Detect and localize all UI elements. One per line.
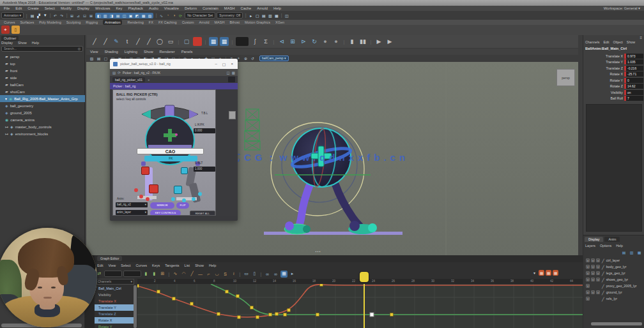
outliner-menu-display[interactable]: Display — [1, 41, 13, 45]
exposure-icon[interactable]: ⊕ — [243, 56, 249, 61]
save-scene-icon[interactable]: ▼ — [42, 13, 48, 19]
right-ball-dot[interactable] — [192, 197, 195, 201]
lens-right-tip[interactable] — [189, 110, 198, 119]
viewport-menu-view[interactable]: View — [90, 48, 98, 55]
menu-visualize[interactable]: Visualize — [164, 6, 179, 11]
ge-channel-row[interactable]: Ball_Main_Ctrl — [95, 285, 134, 292]
viewport-menu-panels[interactable]: Panels — [181, 48, 193, 55]
menu-select[interactable]: Select — [45, 6, 55, 11]
select-camera-icon[interactable]: ▧ — [89, 56, 95, 61]
layer-toggle[interactable]: V — [586, 278, 590, 281]
shelf-orange-item[interactable]: ▯ — [12, 26, 20, 34]
camera-select-field[interactable]: ballCam_persp ▾ — [259, 56, 289, 61]
menu-key[interactable]: Key — [116, 6, 123, 11]
menu-modify[interactable]: Modify — [61, 6, 72, 11]
symmetry-field[interactable]: Symmetry: Off — [217, 12, 243, 19]
ge-channel-row[interactable]: Visibility — [95, 292, 134, 298]
ge-menu-keys[interactable]: Keys — [152, 262, 160, 269]
menu-deform[interactable]: Deform — [185, 6, 197, 11]
shelf-tab-custom[interactable]: Custom — [182, 20, 194, 25]
close-button[interactable]: × — [229, 62, 234, 66]
right-hip-button[interactable] — [181, 167, 188, 174]
wireframe-cage[interactable] — [245, 109, 260, 150]
snap-plane-icon[interactable]: ⊠ — [88, 13, 94, 19]
sel-mask-icon[interactable]: ▧ — [147, 13, 153, 19]
anim-key[interactable] — [236, 295, 240, 298]
new-scene-icon[interactable]: ▤ — [29, 13, 35, 19]
outliner-item-ballcam[interactable]: ▰ballCam — [0, 81, 85, 88]
sel-mask-icon[interactable]: ◨ — [109, 13, 114, 19]
graph-editor-vscrollbar[interactable] — [134, 285, 137, 328]
anim-key[interactable] — [238, 316, 241, 319]
menu-edit[interactable]: Edit — [15, 6, 22, 11]
anim-key[interactable] — [269, 313, 272, 317]
outliner-item-ground_2005[interactable]: ◈ground_2005 — [0, 109, 85, 116]
graph-editor-tab[interactable]: Graph Editor — [97, 256, 122, 261]
flip-button[interactable]: FLIP — [176, 202, 189, 209]
spline-tangent-icon[interactable]: ∿ — [172, 271, 179, 278]
menu-mash[interactable]: MASH — [224, 6, 235, 11]
fixed-tangent-icon[interactable]: ≀ — [230, 271, 237, 278]
menu-file[interactable]: File — [4, 6, 10, 11]
ipr-render-icon[interactable]: ◑ — [171, 13, 177, 19]
flat-tangent-icon[interactable]: — — [197, 271, 204, 278]
channel-value-field[interactable]: 1.035 — [624, 59, 643, 64]
render-icon[interactable]: ◔ — [165, 13, 171, 19]
sel-mask-icon[interactable]: ◧ — [96, 13, 102, 19]
fill-swatch-icon[interactable]: ▦ — [209, 37, 218, 46]
viewport-expand-dots[interactable]: ⋯ — [315, 248, 321, 255]
left-leg[interactable] — [299, 181, 311, 227]
history-icon[interactable]: ∿ — [158, 13, 164, 19]
ge-menu-list[interactable]: List — [185, 262, 190, 269]
layer-toggle[interactable]: V — [586, 290, 590, 294]
snap-curve-icon[interactable]: ⊿ — [75, 13, 81, 19]
ge-menu-help[interactable]: Help — [209, 262, 216, 269]
shelf-tab-mash[interactable]: MASH — [214, 20, 224, 25]
simplify-stroke-icon[interactable]: Σ — [261, 37, 270, 46]
picker-window[interactable]: picker_ball_setup_v2.0 - ball_rig – ▢ × … — [110, 59, 238, 221]
menu-display[interactable]: Display — [77, 6, 89, 11]
layer-tab-anim[interactable]: Anim — [604, 237, 620, 242]
layer-toggle[interactable]: V — [586, 271, 590, 275]
ellipse-tool-icon[interactable]: ◯ — [155, 37, 164, 46]
plateau-tangent-icon[interactable]: ◡ — [213, 271, 220, 278]
onion-skin-icon[interactable]: ▮ — [348, 37, 356, 46]
layer-row[interactable]: V╱refs_lyr — [583, 295, 644, 302]
menu-constrain[interactable]: Constrain — [203, 6, 218, 11]
channel-value-field[interactable]: 0.973 — [624, 54, 643, 59]
shelf-tab-surfaces[interactable]: Surfaces — [20, 20, 34, 25]
channel-box-object-name[interactable]: BallAnim:Ball_Main_Ctrl — [585, 47, 643, 50]
outliner-item-ball_geometry[interactable]: ◈ball_geometry — [0, 102, 85, 109]
left-toe-dot[interactable] — [134, 188, 138, 192]
dot-icon[interactable]: ● — [321, 37, 330, 46]
frame-next-icon[interactable]: ⊳ — [299, 37, 308, 46]
window-titlebar[interactable]: Autodesk Maya 2018 - Educational Version… — [0, 0, 644, 6]
sel-mask-icon[interactable]: ▥ — [102, 13, 108, 19]
sel-mask-icon[interactable]: ▣ — [128, 13, 134, 19]
shelf-tab-motion-graphics[interactable]: Motion Graphics — [245, 20, 270, 25]
layer-toggle[interactable]: V — [591, 265, 595, 269]
channelbox-menu-show[interactable]: Show — [627, 40, 635, 44]
stroke-swatch-icon[interactable]: ▦ — [220, 37, 229, 46]
left-ball-dot[interactable] — [146, 197, 150, 201]
layer-toggle[interactable]: V — [596, 265, 600, 269]
channelbox-menu-edit[interactable]: Edit — [603, 40, 609, 44]
graph-editor-curve-area[interactable] — [137, 284, 583, 328]
channel-box-icon[interactable]: ▦ — [273, 13, 279, 19]
layer-toggle[interactable]: V — [596, 258, 600, 262]
lens-left-tip[interactable] — [142, 110, 151, 119]
layer-toggle[interactable]: V — [586, 297, 590, 301]
layer-color-icon[interactable]: ╱ — [602, 284, 604, 288]
panel-icon[interactable]: ◫ — [227, 71, 230, 75]
layer-toggle[interactable]: V — [591, 258, 595, 262]
mirror-button[interactable]: MIRROR — [150, 202, 174, 209]
line-tool-icon[interactable]: ╱ — [90, 37, 99, 46]
pin-curve-icon[interactable]: ▦ — [546, 270, 551, 276]
workspace-icon[interactable]: ◫ — [284, 13, 289, 19]
tab-options-button[interactable] — [228, 77, 235, 82]
sel-mask-icon[interactable]: ◩ — [134, 13, 140, 19]
opacity-swatch[interactable] — [236, 37, 249, 46]
frame-prev-icon[interactable]: ⊲ — [277, 37, 286, 46]
layer-toggle[interactable]: V — [586, 284, 590, 288]
stats-field-x[interactable] — [104, 271, 122, 277]
